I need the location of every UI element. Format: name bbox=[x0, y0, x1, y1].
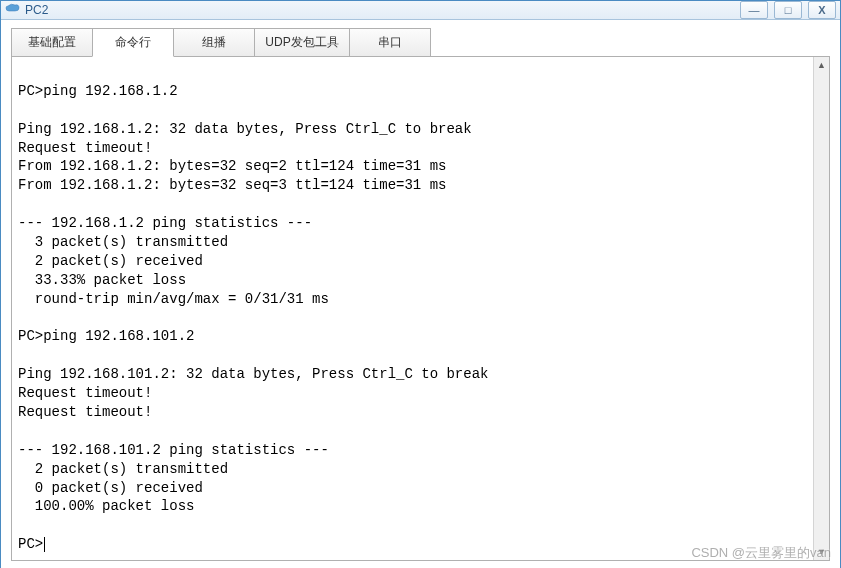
minimize-button[interactable]: — bbox=[740, 1, 768, 19]
close-button[interactable]: X bbox=[808, 1, 836, 19]
window-title: PC2 bbox=[25, 3, 740, 17]
tab-bar: 基础配置 命令行 组播 UDP发包工具 串口 bbox=[11, 28, 830, 56]
app-icon bbox=[5, 2, 21, 18]
content-area: 基础配置 命令行 组播 UDP发包工具 串口 PC>ping 192.168.1… bbox=[1, 20, 840, 568]
app-window: PC2 — □ X 基础配置 命令行 组播 UDP发包工具 串口 PC>ping… bbox=[0, 0, 841, 568]
maximize-button[interactable]: □ bbox=[774, 1, 802, 19]
tab-command-line[interactable]: 命令行 bbox=[92, 28, 174, 57]
window-controls: — □ X bbox=[740, 1, 836, 19]
scroll-down-icon[interactable]: ▼ bbox=[814, 544, 829, 560]
text-cursor bbox=[44, 537, 45, 552]
terminal-panel: PC>ping 192.168.1.2 Ping 192.168.1.2: 32… bbox=[11, 56, 830, 561]
tab-udp-tool[interactable]: UDP发包工具 bbox=[254, 28, 350, 56]
tab-serial[interactable]: 串口 bbox=[349, 28, 431, 56]
tab-basic-config[interactable]: 基础配置 bbox=[11, 28, 93, 56]
vertical-scrollbar[interactable]: ▲ ▼ bbox=[813, 57, 829, 560]
tab-multicast[interactable]: 组播 bbox=[173, 28, 255, 56]
titlebar[interactable]: PC2 — □ X bbox=[1, 1, 840, 20]
scroll-up-icon[interactable]: ▲ bbox=[814, 57, 829, 73]
terminal-output[interactable]: PC>ping 192.168.1.2 Ping 192.168.1.2: 32… bbox=[12, 57, 813, 560]
